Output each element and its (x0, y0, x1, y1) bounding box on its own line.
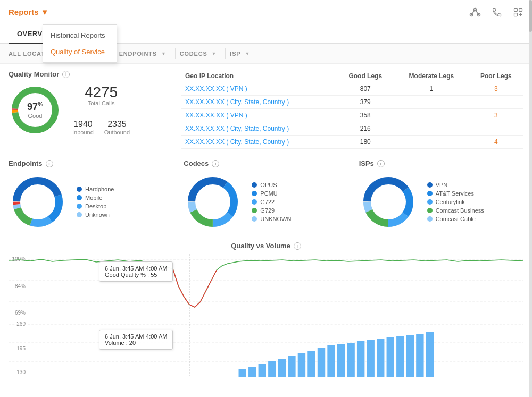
isps-legend-item: AT&T Services (427, 190, 484, 197)
endpoints-donut (9, 173, 67, 231)
qm-stats: 4275 Total Calls 1940 Inbound 2335 Outbo… (72, 85, 130, 136)
legend-dot (252, 182, 257, 188)
outbound-stat: 2335 Outbound (104, 120, 130, 136)
filter-codecs-label: CODECS (180, 50, 207, 57)
legend-dot (252, 199, 257, 205)
geo-moderate (394, 109, 468, 122)
geo-location[interactable]: XX.XX.XX.XX ( VPN ) (181, 109, 336, 122)
stats-divider (72, 113, 130, 113)
reports-menu[interactable]: Reports ▼ (9, 7, 49, 16)
quality-percentage: 97% (27, 101, 43, 113)
geo-location[interactable]: XX.XX.XX.XX ( VPN ) (181, 82, 336, 96)
svg-rect-42 (278, 359, 286, 377)
svg-rect-45 (307, 351, 315, 377)
quality-tooltip-date: 6 Jun, 3:45 AM-4:00 AM (105, 265, 167, 272)
quality-monitor-title: Quality Monitor i (9, 70, 168, 78)
legend-dot (427, 216, 433, 222)
endpoints-info-icon[interactable]: i (46, 160, 53, 167)
legend-dot (77, 195, 82, 200)
geo-location[interactable]: XX.XX.XX.XX ( City, State, Country ) (181, 96, 336, 109)
svg-rect-52 (377, 339, 384, 377)
geo-moderate (394, 122, 468, 136)
geo-header-location: Geo IP Location (181, 70, 336, 82)
geo-moderate (394, 136, 468, 149)
legend-dot (427, 208, 433, 213)
dropdown-historical[interactable]: Historical Reports (43, 27, 117, 44)
export-icon[interactable] (513, 7, 523, 18)
geo-moderate: 1 (394, 82, 468, 96)
svg-line-4 (475, 10, 479, 15)
geo-table-row: XX.XX.XX.XX ( City, State, Country ) 379 (181, 96, 523, 109)
top-section: Quality Monitor i 97% (9, 70, 523, 149)
filter-endpoints[interactable]: ENDPOINTS ▼ (115, 48, 176, 59)
header: Reports ▼ Historical Reports Quality of … (0, 0, 532, 24)
quality-monitor-info-icon[interactable]: i (62, 71, 70, 78)
codecs-chart: Codecs i OPUSPCMUG722G729UNKNOWN (184, 159, 348, 231)
isps-info-icon[interactable]: i (377, 160, 385, 167)
geo-header-moderate: Moderate Legs (394, 70, 468, 82)
caret-icon: ▼ (41, 7, 49, 16)
reports-label: Reports (9, 7, 39, 16)
svg-rect-47 (327, 345, 335, 377)
scrollbar-thumb (529, 0, 532, 32)
svg-rect-49 (347, 343, 354, 377)
qvv-title: Quality vs Volume i (9, 242, 523, 250)
total-calls: 4275 Total Calls (72, 85, 130, 106)
total-calls-label: Total Calls (72, 100, 130, 106)
dropdown-qos[interactable]: Quality of Service (43, 44, 117, 60)
main-content: Quality Monitor i 97% (0, 64, 532, 384)
phone-icon[interactable] (492, 7, 502, 18)
dropdown-menu: Historical Reports Quality of Service (43, 24, 117, 63)
inbound-stat: 1940 Inbound (72, 120, 94, 136)
endpoints-legend: HardphoneMobileDesktopUnknown (77, 186, 114, 218)
legend-dot (252, 208, 257, 213)
svg-rect-38 (239, 369, 246, 377)
geo-location[interactable]: XX.XX.XX.XX ( City, State, Country ) (181, 136, 336, 149)
svg-rect-56 (416, 334, 423, 377)
svg-rect-5 (514, 8, 518, 11)
svg-rect-50 (357, 341, 364, 377)
svg-rect-48 (337, 344, 345, 377)
table-scrollbar[interactable] (529, 0, 532, 384)
inbound-outbound: 1940 Inbound 2335 Outbound (72, 120, 130, 136)
filter-isp-label: ISP (230, 50, 240, 57)
svg-rect-43 (288, 356, 295, 377)
codecs-info-icon[interactable]: i (212, 160, 219, 167)
isps-legend-item: Centurylink (427, 199, 484, 205)
legend-dot (77, 187, 82, 192)
geo-good: 379 (336, 96, 394, 109)
endpoints-legend-item: Hardphone (77, 186, 114, 192)
filter-isp-caret: ▼ (245, 51, 250, 56)
quality-chart-container: 100% 84% 69% 6 (9, 254, 523, 318)
outbound-number: 2335 (104, 120, 130, 129)
filter-isp[interactable]: ISP ▼ (226, 48, 259, 59)
legend-dot (77, 204, 82, 209)
isps-title: ISPs i (359, 159, 523, 167)
isps-legend-item: Comcast Cable (427, 216, 484, 222)
svg-rect-54 (396, 336, 404, 377)
svg-rect-57 (426, 332, 434, 377)
qvv-info-icon[interactable]: i (294, 242, 301, 250)
total-calls-number: 4275 (72, 85, 130, 100)
filter-codecs[interactable]: CODECS ▼ (176, 48, 226, 59)
legend-dot (427, 199, 433, 205)
volume-tooltip: 6 Jun, 3:45 AM-4:00 AM Volume : 20 (99, 330, 173, 350)
svg-rect-41 (268, 361, 276, 377)
geo-location[interactable]: XX.XX.XX.XX ( City, State, Country ) (181, 122, 336, 136)
share-icon[interactable] (469, 7, 481, 17)
geo-moderate (394, 96, 468, 109)
codecs-donut (184, 173, 242, 231)
codecs-legend-item: PCMU (252, 190, 291, 197)
endpoints-chart-inner: HardphoneMobileDesktopUnknown (9, 173, 173, 231)
endpoints-chart: Endpoints i (9, 159, 173, 231)
geo-header-poor: Poor Legs (469, 70, 523, 82)
volume-bar-chart: 6 Jun, 3:45 AM-4:00 AM Volume : 20 (9, 319, 523, 377)
filter-codecs-caret: ▼ (212, 51, 217, 56)
geo-poor (469, 96, 523, 109)
quality-vs-volume: Quality vs Volume i 100% 84% 69% (9, 242, 523, 377)
geo-table-row: XX.XX.XX.XX ( VPN ) 807 1 3 (181, 82, 523, 96)
geo-poor (469, 122, 523, 136)
isps-legend: VPNAT&T ServicesCenturylinkComcast Busin… (427, 182, 484, 222)
isps-chart: ISPs i VPNAT&T ServicesCenturylinkComcas… (359, 159, 523, 231)
endpoints-legend-item: Desktop (77, 203, 114, 209)
